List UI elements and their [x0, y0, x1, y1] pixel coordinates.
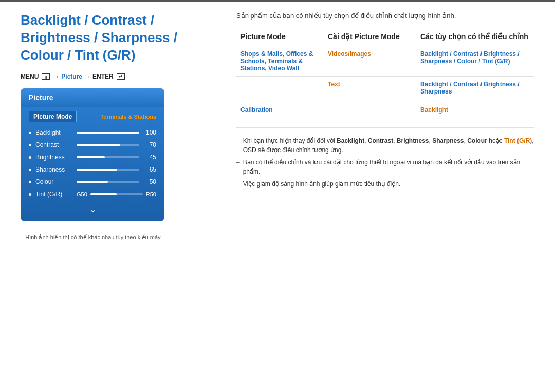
osd-backlight-value: 100: [143, 129, 156, 136]
nav-arrow-1: →: [53, 73, 59, 80]
row1-setting-cell: Videos/Images: [324, 46, 416, 76]
osd-brightness-slider-area: 45: [77, 154, 156, 161]
osd-tint-slider[interactable]: [90, 193, 143, 195]
nav-arrow-2: →: [84, 73, 90, 80]
nav-picture-label: Picture: [61, 73, 82, 80]
nav-enter-icon: [117, 73, 125, 80]
osd-colour-row[interactable]: Colour 50: [21, 176, 164, 188]
osd-brightness-label: Brightness: [35, 154, 77, 161]
osd-mode-value: Terminals & Stations: [100, 114, 156, 120]
page-title: Backlight / Contrast / Brightness / Shar…: [21, 12, 216, 64]
row2-setting-value: Text: [328, 81, 340, 88]
right-panel: Sản phẩm của bạn có nhiều tùy chọn để đi…: [236, 12, 534, 241]
osd-dot: [29, 156, 31, 159]
table-row: Text Backlight / Contrast / Brightness /…: [236, 77, 534, 102]
osd-tint-area: G50 R50: [77, 191, 156, 197]
row1-mode-cell: Shops & Malls, Offices & Schools, Termin…: [236, 46, 324, 76]
nav-menu-icon: [42, 73, 50, 80]
osd-sharpness-row[interactable]: Sharpness 65: [21, 163, 164, 176]
note-body-2: Bạn có thể điều chỉnh và lưu cài đặt cho…: [243, 158, 534, 176]
note-item-3: – Việc giảm độ sáng hình ảnh giúp giảm m…: [236, 179, 534, 189]
notes-section: – Khi bạn thực hiện thay đổi đối với Bac…: [236, 136, 534, 189]
note-dash-3: –: [236, 179, 240, 189]
osd-colour-value: 50: [143, 178, 156, 185]
osd-mode-label[interactable]: Picture Mode: [29, 111, 77, 122]
osd-tint-row[interactable]: Tint (G/R) G50 R50: [21, 188, 164, 200]
note-dash-2: –: [236, 158, 240, 176]
row1-setting-value: Videos/Images: [328, 50, 371, 58]
row3-options-cell: Backlight: [416, 102, 534, 127]
osd-header: Picture: [21, 88, 164, 107]
col-header-options: Các tùy chọn có thể điều chỉnh: [416, 30, 534, 43]
row3-mode-value: Calibration: [240, 106, 273, 114]
table-row: Calibration Backlight: [236, 102, 534, 128]
row1-options-cell: Backlight / Contrast / Brightness / Shar…: [416, 46, 534, 76]
col-header-mode: Picture Mode: [236, 30, 324, 43]
col-header-setting: Cài đặt Picture Mode: [324, 30, 416, 43]
nav-enter-label: ENTER: [92, 73, 114, 80]
osd-chevron-icon[interactable]: ⌄: [21, 202, 164, 214]
osd-tint-g-label: G50: [77, 191, 87, 197]
row1-mode-value: Shops & Malls, Offices & Schools, Termin…: [240, 50, 320, 72]
note-item-2: – Bạn có thể điều chỉnh và lưu cài đặt c…: [236, 158, 534, 176]
row1-options-value: Backlight / Contrast / Brightness / Shar…: [420, 50, 530, 65]
osd-colour-slider-area: 50: [77, 178, 156, 185]
osd-colour-slider[interactable]: [77, 181, 139, 183]
osd-dot: [29, 144, 31, 146]
osd-sharpness-value: 65: [143, 166, 156, 173]
osd-sharpness-label: Sharpness: [35, 166, 77, 173]
osd-contrast-slider-area: 70: [77, 141, 156, 148]
osd-backlight-row[interactable]: Backlight 100: [21, 126, 164, 139]
table-row: Shops & Malls, Offices & Schools, Termin…: [236, 46, 534, 77]
bottom-note-text: Hình ảnh hiển thị có thể khác nhau tùy t…: [25, 234, 162, 240]
table-header-row: Picture Mode Cài đặt Picture Mode Các tù…: [236, 27, 534, 46]
osd-tint-r-label: R50: [146, 191, 156, 197]
osd-panel: Picture Picture Mode Terminals & Station…: [21, 88, 164, 221]
note-dash-1: –: [236, 136, 240, 155]
row2-mode-cell: [236, 77, 324, 102]
nav-instruction: MENU → Picture → ENTER: [21, 73, 216, 80]
osd-contrast-value: 70: [143, 141, 156, 148]
osd-brightness-value: 45: [143, 154, 156, 161]
osd-sharpness-slider[interactable]: [77, 169, 139, 171]
nav-menu-label: MENU: [21, 73, 39, 80]
osd-colour-label: Colour: [35, 178, 77, 185]
note-item-1: – Khi bạn thực hiện thay đổi đối với Bac…: [236, 136, 534, 155]
osd-backlight-slider[interactable]: [77, 132, 139, 134]
row3-options-value: Backlight: [420, 106, 448, 114]
osd-contrast-row[interactable]: Contrast 70: [21, 139, 164, 151]
row2-options-cell: Backlight / Contrast / Brightness / Shar…: [416, 77, 534, 102]
picture-table: Picture Mode Cài đặt Picture Mode Các tù…: [236, 27, 534, 128]
row2-options-value: Backlight / Contrast / Brightness / Shar…: [420, 81, 530, 95]
note-body-3: Việc giảm độ sáng hình ảnh giúp giảm mức…: [243, 179, 401, 189]
osd-backlight-slider-area: 100: [77, 129, 156, 136]
row3-setting-cell: [324, 102, 416, 127]
bottom-note-dash: –: [21, 234, 25, 240]
osd-dot: [29, 132, 31, 134]
osd-brightness-slider[interactable]: [77, 156, 139, 158]
osd-tint-label: Tint (G/R): [35, 191, 77, 198]
osd-items: Backlight 100 Contrast: [21, 124, 164, 202]
osd-dot: [29, 181, 31, 183]
left-panel: Backlight / Contrast / Brightness / Shar…: [21, 12, 216, 241]
right-intro-text: Sản phẩm của bạn có nhiều tùy chọn để đi…: [236, 12, 534, 20]
osd-contrast-slider[interactable]: [77, 144, 139, 146]
osd-contrast-label: Contrast: [35, 141, 77, 148]
osd-dot: [29, 169, 31, 171]
bottom-note: – Hình ảnh hiển thị có thể khác nhau tùy…: [21, 230, 164, 241]
note-body-1: Khi bạn thực hiện thay đổi đối với Backl…: [243, 136, 534, 155]
osd-backlight-label: Backlight: [35, 129, 77, 136]
osd-sharpness-slider-area: 65: [77, 166, 156, 173]
row3-mode-cell: Calibration: [236, 102, 324, 127]
osd-brightness-row[interactable]: Brightness 45: [21, 151, 164, 163]
osd-dot: [29, 193, 31, 196]
row2-setting-cell: Text: [324, 77, 416, 102]
osd-mode-bar: Picture Mode Terminals & Stations: [21, 107, 164, 124]
